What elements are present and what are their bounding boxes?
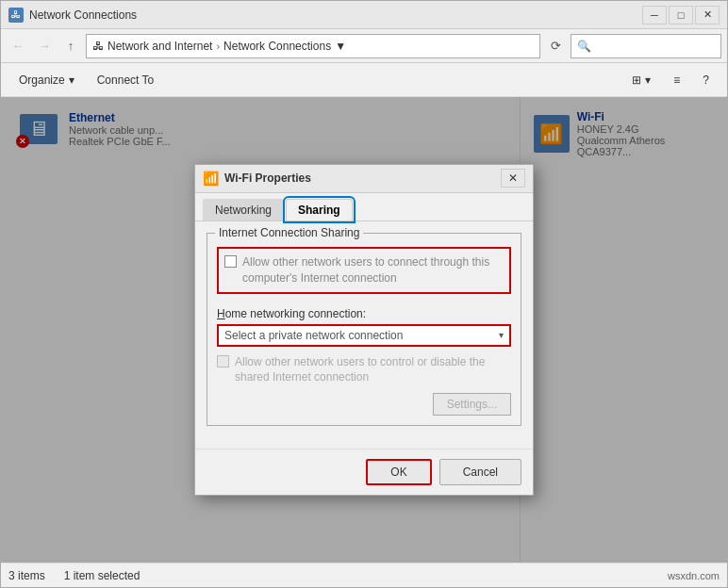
main-window: 🖧 Network Connections ─ □ ✕ ← → ↑ 🖧 Netw… — [0, 0, 728, 588]
breadcrumb-dropdown-icon: ▼ — [335, 40, 346, 53]
list-view-button[interactable]: ≡ — [663, 67, 690, 93]
allow-checkbox-row: Allow other network users to connect thr… — [217, 247, 511, 294]
maximize-button[interactable]: □ — [669, 6, 693, 24]
forward-button[interactable]: → — [33, 35, 56, 57]
select-arrow-icon: ▾ — [499, 330, 504, 340]
window-icon: 🖧 — [8, 8, 24, 23]
dialog-close-button[interactable]: ✕ — [501, 169, 525, 188]
breadcrumb-current: Network Connections — [223, 40, 331, 53]
home-network-row: Home networking connection: Select a pri… — [217, 307, 511, 347]
list-view-icon: ≡ — [673, 74, 680, 87]
cancel-button[interactable]: Cancel — [439, 459, 521, 485]
breadcrumb-icon: 🖧 — [92, 40, 104, 53]
view-button[interactable]: ⊞ ▾ — [621, 67, 661, 93]
organize-arrow: ▾ — [69, 74, 74, 87]
dialog-titlebar: 📶 Wi-Fi Properties ✕ — [195, 165, 533, 193]
dialog-content: Internet Connection Sharing Allow other … — [195, 221, 533, 449]
allow-checkbox-label: Allow other network users to connect thr… — [242, 254, 504, 286]
control-checkbox-row: Allow other network users to control or … — [217, 354, 511, 386]
branding: wsxdn.com — [668, 570, 720, 581]
minimize-button[interactable]: ─ — [642, 6, 667, 24]
search-icon: 🔍 — [577, 40, 591, 53]
breadcrumb-text: Network and Internet — [108, 40, 212, 53]
dialog-title: Wi-Fi Properties — [224, 172, 495, 185]
breadcrumb-separator: › — [216, 41, 220, 52]
search-box[interactable]: 🔍 — [571, 34, 721, 58]
content-area: 🖥 ✕ Ethernet Network cable unp... Realte… — [1, 97, 727, 563]
ics-section: Internet Connection Sharing Allow other … — [207, 233, 521, 426]
control-checkbox-label: Allow other network users to control or … — [235, 354, 511, 386]
settings-button[interactable]: Settings... — [433, 393, 511, 416]
ok-button[interactable]: OK — [366, 459, 431, 485]
view-icon: ⊞ — [632, 74, 641, 87]
connect-to-button[interactable]: Connect To — [87, 67, 165, 93]
private-network-select[interactable]: Select a private network connection ▾ — [217, 324, 511, 347]
dialog-icon: 📶 — [203, 171, 219, 186]
wifi-properties-dialog: 📶 Wi-Fi Properties ✕ Networking Sharing — [194, 164, 534, 496]
tab-networking[interactable]: Networking — [203, 199, 284, 220]
home-network-label: Home networking connection: — [217, 307, 511, 320]
help-button[interactable]: ? — [692, 67, 720, 93]
section-title: Internet Connection Sharing — [215, 226, 363, 239]
window-title: Network Connections — [29, 8, 637, 22]
organize-button[interactable]: Organize ▾ — [8, 67, 85, 93]
dialog-tabs: Networking Sharing — [195, 193, 533, 221]
title-bar-buttons: ─ □ ✕ — [642, 6, 720, 24]
tab-sharing[interactable]: Sharing — [286, 199, 353, 220]
selected-count: 1 item selected — [64, 569, 141, 582]
title-bar: 🖧 Network Connections ─ □ ✕ — [1, 1, 727, 29]
help-icon: ? — [703, 74, 709, 87]
back-button[interactable]: ← — [7, 35, 29, 57]
control-checkbox[interactable] — [217, 355, 229, 368]
allow-checkbox[interactable] — [224, 255, 237, 268]
organize-label: Organize — [19, 74, 65, 87]
dialog-footer: OK Cancel — [195, 449, 533, 495]
refresh-button[interactable]: ⟳ — [544, 35, 567, 57]
address-box[interactable]: 🖧 Network and Internet › Network Connect… — [86, 34, 540, 58]
status-bar: 3 items 1 item selected wsxdn.com — [1, 563, 727, 587]
up-button[interactable]: ↑ — [59, 35, 82, 57]
view-arrow: ▾ — [645, 74, 651, 87]
settings-btn-row: Settings... — [217, 393, 511, 416]
close-button[interactable]: ✕ — [695, 6, 720, 24]
address-bar: ← → ↑ 🖧 Network and Internet › Network C… — [1, 29, 727, 63]
toolbar: Organize ▾ Connect To ⊞ ▾ ≡ ? — [1, 63, 727, 97]
select-placeholder: Select a private network connection — [224, 329, 403, 342]
items-count: 3 items — [8, 569, 45, 582]
dialog-overlay: 📶 Wi-Fi Properties ✕ Networking Sharing — [1, 97, 727, 563]
connect-to-label: Connect To — [97, 74, 155, 87]
